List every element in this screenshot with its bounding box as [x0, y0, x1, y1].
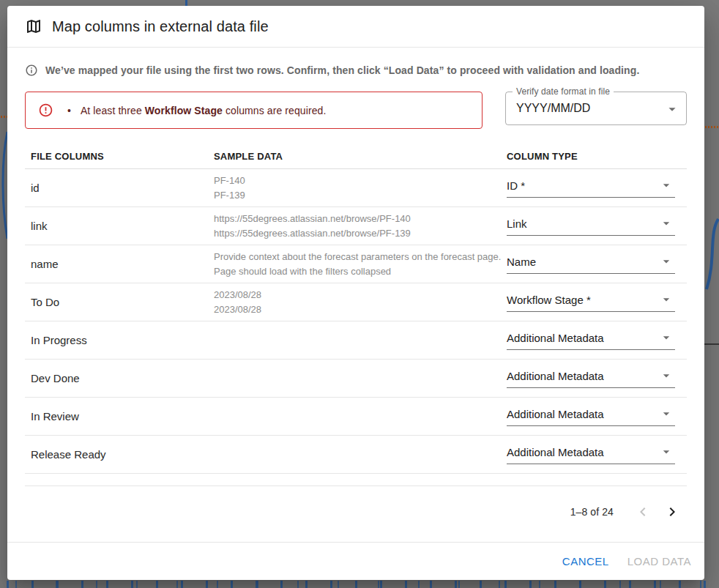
table-header-row: FILE COLUMNS SAMPLE DATA COLUMN TYPE: [25, 151, 687, 169]
dropdown-arrow-icon: [664, 101, 680, 117]
table-row: link https://55degrees.atlassian.net/bro…: [25, 207, 687, 245]
sample-data-line: Page should load with the filters collap…: [214, 264, 507, 279]
table-row: To Do 2023/08/28 2023/08/28 Workflow Sta…: [25, 283, 687, 321]
sample-data-line: Provide context about the forecast param…: [214, 250, 507, 264]
chevron-left-icon: [634, 503, 652, 521]
column-type-cell: Additional Metadata: [507, 406, 687, 426]
dropdown-arrow-icon: [659, 330, 674, 345]
column-type-cell: Additional Metadata: [507, 444, 687, 464]
file-column-name: In Progress: [25, 334, 214, 346]
table-row: In Review Additional Metadata: [25, 398, 687, 436]
column-type-value: Name: [507, 256, 536, 268]
column-type-cell: Link: [507, 216, 687, 236]
error-alert: • At least three Workflow Stage columns …: [25, 92, 483, 129]
table-row: In Progress Additional Metadata: [25, 321, 687, 360]
header-column-type: COLUMN TYPE: [507, 151, 687, 162]
error-icon: [38, 103, 53, 118]
table-row: name Provide context about the forecast …: [25, 245, 687, 283]
column-type-select[interactable]: Workflow Stage *: [507, 292, 675, 312]
column-mapping-table: FILE COLUMNS SAMPLE DATA COLUMN TYPE id …: [25, 151, 687, 486]
sample-data-cell: https://55degrees.atlassian.net/browse/P…: [214, 212, 507, 241]
error-message: At least three Workflow Stage columns ar…: [81, 105, 327, 116]
column-type-select[interactable]: Name: [507, 254, 675, 274]
file-column-name: Dev Done: [25, 372, 214, 384]
column-type-value: Additional Metadata: [507, 446, 604, 458]
dialog-title: Map columns in external data file: [52, 18, 269, 35]
map-icon: [25, 18, 42, 35]
file-column-name: In Review: [25, 410, 214, 423]
background-chart-fragment: [705, 126, 719, 128]
error-message-bold: Workflow Stage: [145, 105, 223, 116]
sample-data-line: 2023/08/28: [214, 288, 507, 302]
sample-data-line: PF-140: [214, 174, 507, 188]
dropdown-arrow-icon: [659, 406, 674, 421]
error-bullet: •: [67, 105, 71, 116]
info-icon: [25, 64, 38, 77]
background-chart-fragment: [1, 116, 7, 118]
column-type-select[interactable]: Additional Metadata: [507, 330, 675, 350]
next-page-button[interactable]: [657, 497, 687, 526]
dropdown-arrow-icon: [659, 216, 674, 231]
column-type-select[interactable]: ID *: [507, 178, 675, 198]
file-column-name: name: [25, 258, 214, 270]
sample-data-cell: 2023/08/28 2023/08/28: [214, 288, 507, 317]
column-type-cell: ID *: [507, 178, 687, 198]
info-banner: We’ve mapped your file using the first t…: [25, 64, 687, 78]
dropdown-arrow-icon: [659, 444, 674, 459]
column-type-value: Additional Metadata: [507, 332, 604, 344]
map-columns-dialog: Map columns in external data file We’ve …: [7, 6, 704, 580]
info-banner-text: We’ve mapped your file using the first t…: [45, 64, 639, 78]
dropdown-arrow-icon: [659, 368, 674, 383]
pagination-range-label: 1–8 of 24: [570, 506, 614, 518]
sample-data-line: https://55degrees.atlassian.net/browse/P…: [214, 212, 507, 226]
column-type-select[interactable]: Additional Metadata: [507, 406, 675, 426]
background-chart-fragment: [704, 343, 719, 345]
sample-data-cell: Provide context about the forecast param…: [214, 250, 507, 279]
column-type-value: Workflow Stage *: [507, 294, 591, 306]
sample-data-line: PF-139: [214, 188, 507, 203]
column-type-cell: Additional Metadata: [507, 330, 687, 350]
file-column-name: Release Ready: [25, 448, 214, 461]
pagination: 1–8 of 24: [25, 486, 687, 537]
background-chart-fragment: [0, 581, 719, 588]
sample-data-line: https://55degrees.atlassian.net/browse/P…: [214, 226, 507, 241]
sample-data-line: 2023/08/28: [214, 302, 507, 317]
column-type-select[interactable]: Link: [507, 216, 675, 236]
column-type-value: ID *: [507, 179, 525, 192]
column-type-select[interactable]: Additional Metadata: [507, 444, 675, 464]
date-format-select[interactable]: Verify date format in file YYYY/MM/DD: [505, 92, 687, 125]
background-chart-fragment: [704, 216, 719, 293]
table-row: Release Ready Additional Metadata: [25, 436, 687, 474]
dropdown-arrow-icon: [659, 292, 674, 307]
file-column-name: To Do: [25, 296, 214, 308]
file-column-name: link: [25, 220, 214, 232]
previous-page-button[interactable]: [628, 497, 657, 526]
chevron-right-icon: [663, 503, 681, 521]
cancel-button[interactable]: CANCEL: [556, 551, 615, 572]
column-type-cell: Additional Metadata: [507, 368, 687, 388]
date-format-label: Verify date format in file: [513, 86, 614, 97]
sample-data-cell: PF-140 PF-139: [214, 174, 507, 203]
column-type-value: Additional Metadata: [507, 408, 604, 420]
file-column-name: id: [25, 182, 214, 194]
date-format-value: YYYY/MM/DD: [506, 102, 590, 115]
table-spacer-row: [25, 474, 687, 486]
column-type-cell: Name: [507, 254, 687, 274]
header-file-columns: FILE COLUMNS: [25, 151, 214, 162]
column-type-cell: Workflow Stage *: [507, 292, 687, 312]
column-type-value: Additional Metadata: [507, 370, 604, 382]
table-row: Dev Done Additional Metadata: [25, 360, 687, 398]
dialog-header: Map columns in external data file: [7, 6, 704, 48]
error-message-prefix: At least three: [81, 105, 145, 116]
dropdown-arrow-icon: [659, 254, 674, 269]
controls-row: • At least three Workflow Stage columns …: [25, 92, 687, 129]
header-sample-data: SAMPLE DATA: [214, 151, 507, 162]
error-message-suffix: columns are required.: [223, 105, 327, 116]
table-row: id PF-140 PF-139 ID *: [25, 169, 687, 207]
column-type-value: Link: [507, 217, 527, 230]
dropdown-arrow-icon: [659, 178, 674, 193]
column-type-select[interactable]: Additional Metadata: [507, 368, 675, 388]
load-data-button[interactable]: LOAD DATA: [622, 551, 697, 572]
dialog-footer: CANCEL LOAD DATA: [7, 542, 704, 580]
